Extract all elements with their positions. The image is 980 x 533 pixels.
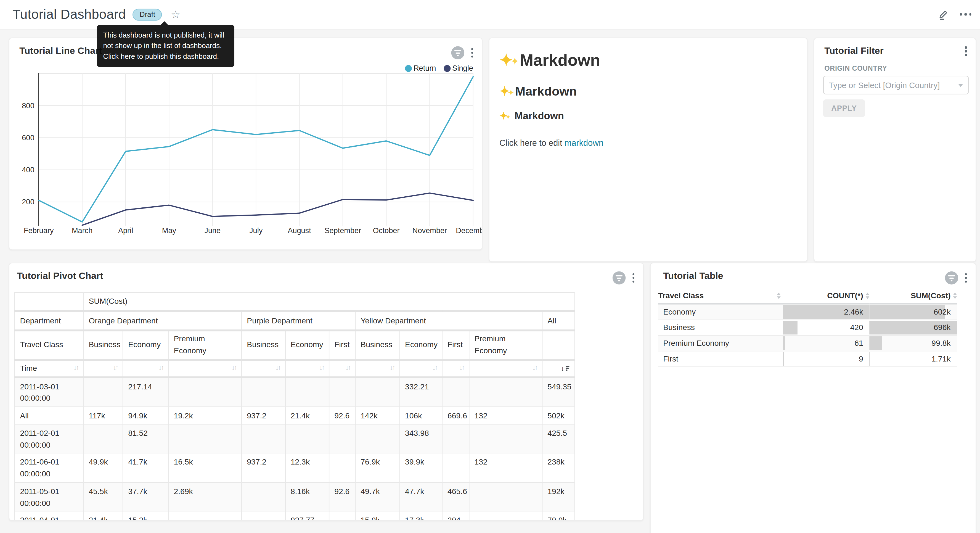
sort-icon[interactable]: ↓↑: [113, 363, 118, 373]
pivot-value-cell[interactable]: [169, 424, 242, 453]
pivot-value-cell[interactable]: 2.69k: [169, 482, 242, 511]
pivot-value-cell[interactable]: [169, 511, 242, 521]
sort-icon[interactable]: ↓↑: [390, 363, 395, 373]
pivot-value-cell[interactable]: 238k: [542, 453, 575, 482]
pivot-value-cell[interactable]: 15.9k: [355, 511, 400, 521]
pivot-value-cell[interactable]: 37.7k: [123, 482, 169, 511]
chart-menu-icon[interactable]: [632, 273, 635, 283]
pivot-class-header[interactable]: Economy: [123, 330, 169, 359]
pivot-value-cell[interactable]: 502k: [542, 407, 575, 424]
sort-icon[interactable]: ↓↑: [319, 363, 324, 373]
column-header-sum-cost-[interactable]: SUM(Cost): [869, 288, 957, 304]
pivot-row-label[interactable]: 2011-03-01 00:00:00: [14, 377, 83, 407]
sort-caret-icon[interactable]: [953, 293, 957, 299]
pivot-value-cell[interactable]: [242, 424, 285, 453]
pivot-value-cell[interactable]: 927.77: [285, 511, 329, 521]
pivot-class-header[interactable]: Premium Economy: [169, 330, 242, 359]
pivot-value-cell[interactable]: 47.7k: [400, 482, 442, 511]
sort-icon[interactable]: ↓↑: [432, 363, 437, 373]
pivot-value-cell[interactable]: [285, 424, 329, 453]
pivot-class-header[interactable]: First: [329, 330, 355, 359]
pivot-value-cell[interactable]: [469, 377, 542, 407]
pivot-value-cell[interactable]: [442, 424, 469, 453]
pivot-value-cell[interactable]: [242, 482, 285, 511]
pivot-value-cell[interactable]: [355, 377, 400, 407]
pivot-row-label[interactable]: 2011-05-01 00:00:00: [14, 482, 83, 511]
sort-icon[interactable]: ↓↑: [275, 363, 280, 373]
pivot-value-cell[interactable]: 669.6: [442, 407, 469, 424]
filter-menu-icon[interactable]: [965, 46, 967, 56]
pivot-row-label[interactable]: 2011-06-01 00:00:00: [14, 453, 83, 482]
table-row[interactable]: Business420696k: [658, 320, 957, 335]
pivot-row-label[interactable]: 2011-02-01 00:00:00: [14, 424, 83, 453]
sort-icon[interactable]: ↓↑: [159, 363, 163, 373]
pivot-value-cell[interactable]: 92.6: [329, 482, 355, 511]
table-row[interactable]: First91.71k: [658, 351, 957, 367]
pivot-value-cell[interactable]: [442, 453, 469, 482]
column-header-travel-class[interactable]: Travel Class: [658, 288, 783, 304]
pivot-value-cell[interactable]: 132: [469, 453, 542, 482]
pivot-value-cell[interactable]: 49.7k: [355, 482, 400, 511]
pivot-value-cell[interactable]: 8.16k: [285, 482, 329, 511]
sort-icon[interactable]: ↓↑: [345, 363, 350, 373]
pivot-value-cell[interactable]: 70.9k: [542, 511, 575, 521]
markdown-edit-link[interactable]: markdown: [565, 138, 603, 147]
pivot-class-header[interactable]: Premium Economy: [469, 330, 542, 359]
pivot-value-cell[interactable]: 81.52: [123, 424, 169, 453]
pivot-value-cell[interactable]: 45.5k: [83, 482, 123, 511]
cross-filter-icon[interactable]: [945, 271, 958, 285]
favorite-star-icon[interactable]: ☆: [171, 9, 181, 20]
pivot-value-cell[interactable]: 16.5k: [169, 453, 242, 482]
sort-desc-active-icon[interactable]: ↓: [561, 365, 570, 372]
table-row[interactable]: Premium Economy6199.8k: [658, 335, 957, 351]
pivot-value-cell[interactable]: [285, 377, 329, 407]
pivot-value-cell[interactable]: 21.4k: [83, 511, 123, 521]
pivot-value-cell[interactable]: 142k: [355, 407, 400, 424]
pivot-value-cell[interactable]: 15.2k: [123, 511, 169, 521]
pivot-value-cell[interactable]: 117k: [83, 407, 123, 424]
pivot-value-cell[interactable]: [329, 377, 355, 407]
sort-icon[interactable]: ↓↑: [532, 363, 537, 373]
pivot-value-cell[interactable]: [83, 377, 123, 407]
pivot-value-cell[interactable]: [242, 511, 285, 521]
pivot-value-cell[interactable]: [169, 377, 242, 407]
pivot-value-cell[interactable]: 92.6: [329, 407, 355, 424]
pivot-class-header[interactable]: Business: [242, 330, 285, 359]
cross-filter-icon[interactable]: [612, 271, 625, 285]
legend-item-single[interactable]: Single: [444, 64, 473, 73]
pivot-value-cell[interactable]: 106k: [400, 407, 442, 424]
pivot-department-header[interactable]: Orange Department: [83, 311, 242, 330]
pivot-value-cell[interactable]: 12.3k: [285, 453, 329, 482]
pivot-value-cell[interactable]: 549.35: [542, 377, 575, 407]
origin-country-select[interactable]: Type or Select [Origin Country]: [823, 76, 969, 94]
more-options-icon[interactable]: [959, 13, 971, 16]
pivot-value-cell[interactable]: 94.9k: [123, 407, 169, 424]
pivot-value-cell[interactable]: [242, 377, 285, 407]
pivot-value-cell[interactable]: 49.9k: [83, 453, 123, 482]
pivot-value-cell[interactable]: [469, 482, 542, 511]
pivot-value-cell[interactable]: 217.14: [123, 377, 169, 407]
pivot-class-header[interactable]: Economy: [285, 330, 329, 359]
legend-item-return[interactable]: Return: [405, 64, 436, 73]
column-header-count-[interactable]: COUNT(*): [783, 288, 869, 304]
pivot-value-cell[interactable]: [442, 377, 469, 407]
sort-caret-icon[interactable]: [866, 293, 870, 299]
pivot-value-cell[interactable]: 76.9k: [355, 453, 400, 482]
pivot-value-cell[interactable]: [329, 511, 355, 521]
chart-legend[interactable]: ReturnSingle: [405, 64, 473, 73]
pivot-value-cell[interactable]: [355, 424, 400, 453]
pivot-value-cell[interactable]: 937.2: [242, 407, 285, 424]
pivot-value-cell[interactable]: 343.98: [400, 424, 442, 453]
pivot-value-cell[interactable]: [469, 424, 542, 453]
pivot-value-cell[interactable]: 192k: [542, 482, 575, 511]
pivot-value-cell[interactable]: [83, 424, 123, 453]
pivot-value-cell[interactable]: 465.6: [442, 482, 469, 511]
pivot-value-cell[interactable]: 17.3k: [400, 511, 442, 521]
pivot-value-cell[interactable]: [329, 453, 355, 482]
sort-icon[interactable]: ↓↑: [232, 363, 236, 373]
pivot-department-header[interactable]: Purple Department: [242, 311, 355, 330]
pivot-value-cell[interactable]: 132: [469, 407, 542, 424]
chart-menu-icon[interactable]: [471, 48, 473, 58]
edit-pencil-icon[interactable]: [937, 9, 948, 20]
pivot-value-cell[interactable]: 21.4k: [285, 407, 329, 424]
